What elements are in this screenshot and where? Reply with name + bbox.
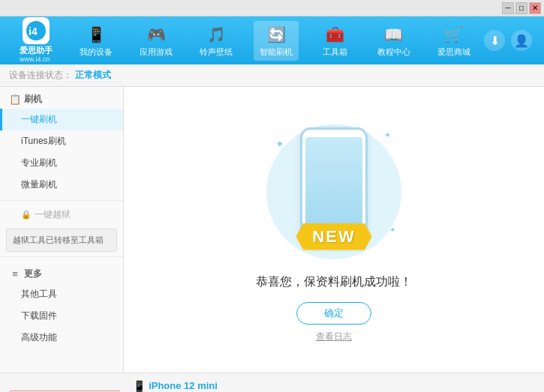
new-badge: NEW: [296, 223, 371, 250]
nav-my-device[interactable]: 📱 我的设备: [74, 21, 119, 61]
device-bar: 自动断连 | 跳过向导 📱 iPhone 12 mini 64GB Down-1…: [0, 373, 544, 392]
device-phone-icon: 📱: [133, 380, 146, 392]
ringtone-icon: 🎵: [206, 24, 227, 45]
sidebar: 📋 刷机 一键刷机 iTunes刷机 专业刷机 微量刷机 🔒 一键越狱 越狱工具…: [0, 87, 124, 373]
sidebar-section-jailbreak: 🔒 一键越狱: [0, 205, 123, 224]
main-layout: 📋 刷机 一键刷机 iTunes刷机 专业刷机 微量刷机 🔒 一键越狱 越狱工具…: [0, 87, 544, 373]
flash-section-icon: 📋: [9, 94, 21, 106]
device-name: 📱 iPhone 12 mini: [133, 380, 218, 392]
nav-tutorial[interactable]: 📖 教程中心: [371, 21, 416, 61]
sidebar-section-flash: 📋 刷机: [0, 87, 123, 109]
sidebar-warning-box: 越狱工具已转移至工具箱: [6, 229, 117, 252]
sidebar-item-download-fw[interactable]: 下载固件: [0, 305, 123, 327]
sparkle-1: ✦: [275, 138, 284, 150]
flash-icon: 🔄: [266, 24, 287, 45]
nav-items: 📱 我的设备 🎮 应用游戏 🎵 铃声壁纸 🔄 智能刷机 🧰 工具箱 📖 教程中心…: [66, 21, 484, 61]
minimize-button[interactable]: ─: [502, 2, 514, 14]
download-button[interactable]: ⬇: [484, 30, 505, 51]
toolbox-icon: 🧰: [325, 24, 346, 45]
user-button[interactable]: 👤: [511, 30, 532, 51]
svg-text:i4: i4: [29, 25, 38, 37]
tutorial-icon: 📖: [383, 24, 404, 45]
restore-button[interactable]: □: [515, 2, 527, 14]
success-illustration: NEW ✦ ✦ ✦: [259, 117, 409, 267]
content-area: NEW ✦ ✦ ✦ 恭喜您，保资料刷机成功啦！ 确定 查看日志: [124, 87, 544, 373]
header-right: ⬇ 👤: [484, 30, 538, 51]
logo-icon: i4: [23, 17, 50, 44]
logo[interactable]: i4 爱思助手 www.i4.cn: [6, 17, 66, 64]
nav-shop[interactable]: 🛒 爱思商城: [431, 21, 476, 61]
more-section-icon: ≡: [9, 268, 21, 280]
sidebar-divider-1: [0, 200, 123, 201]
sidebar-section-more: ≡ 更多: [0, 262, 123, 283]
apps-icon: 🎮: [146, 24, 167, 45]
device-icon: 📱: [86, 24, 107, 45]
nav-toolbox[interactable]: 🧰 工具箱: [314, 21, 356, 61]
sidebar-item-itunes-flash[interactable]: iTunes刷机: [0, 130, 123, 152]
sidebar-item-advanced[interactable]: 高级功能: [0, 327, 123, 349]
status-bar: 设备连接状态： 正常模式: [0, 64, 544, 87]
sidebar-item-other-tools[interactable]: 其他工具: [0, 283, 123, 305]
sparkle-2: ✦: [384, 130, 391, 140]
status-value: 正常模式: [75, 69, 111, 82]
shop-icon: 🛒: [443, 24, 464, 45]
sidebar-item-save-flash[interactable]: 微量刷机: [0, 174, 123, 196]
nav-smart-flash[interactable]: 🔄 智能刷机: [254, 21, 299, 61]
header: i4 爱思助手 www.i4.cn 📱 我的设备 🎮 应用游戏 🎵 铃声壁纸 🔄…: [0, 16, 544, 64]
confirm-button[interactable]: 确定: [296, 302, 371, 325]
sparkle-3: ✦: [389, 226, 395, 234]
sidebar-item-one-key-flash[interactable]: 一键刷机: [0, 109, 123, 130]
nav-ringtones[interactable]: 🎵 铃声壁纸: [194, 21, 239, 61]
phone-screen: [305, 137, 362, 235]
secondary-link[interactable]: 查看日志: [316, 331, 352, 343]
device-info: 📱 iPhone 12 mini 64GB Down-12mini-13,1: [133, 380, 218, 392]
lock-icon: 🔒: [21, 210, 32, 220]
title-bar: ─ □ ✕: [0, 0, 544, 16]
status-label: 设备连接状态：: [9, 69, 72, 82]
close-button[interactable]: ✕: [529, 2, 541, 14]
sidebar-item-pro-flash[interactable]: 专业刷机: [0, 152, 123, 174]
nav-apps-games[interactable]: 🎮 应用游戏: [134, 21, 179, 61]
sidebar-divider-2: [0, 256, 123, 257]
success-text: 恭喜您，保资料刷机成功啦！: [256, 274, 412, 290]
logo-text: 爱思助手 www.i4.cn: [20, 46, 53, 64]
